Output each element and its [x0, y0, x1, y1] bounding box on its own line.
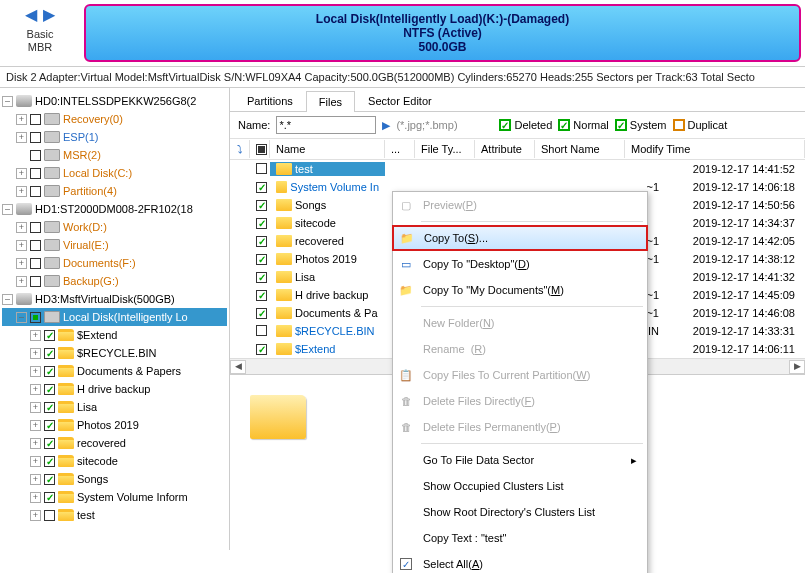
tree-item[interactable]: +Partition(4)	[2, 182, 227, 200]
ctx-goto-sector[interactable]: Go To File Data Sector▸	[393, 447, 647, 473]
checkbox[interactable]	[30, 276, 41, 287]
ctx-rename[interactable]: Rename (R)	[393, 336, 647, 362]
ctx-copy-desktop[interactable]: ▭Copy To "Desktop"(D)	[393, 251, 647, 277]
expand-icon[interactable]: +	[30, 438, 41, 449]
checkbox[interactable]	[44, 510, 55, 521]
checkbox[interactable]	[44, 492, 55, 503]
row-checkbox[interactable]	[256, 182, 267, 193]
back-button[interactable]: ◀	[25, 5, 37, 24]
checkbox[interactable]	[30, 168, 41, 179]
tree-item[interactable]: –HD1:ST2000DM008-2FR102(18	[2, 200, 227, 218]
tree-item[interactable]: +Work(D:)	[2, 218, 227, 236]
expand-icon[interactable]: +	[16, 132, 27, 143]
tree-item[interactable]: +H drive backup	[2, 380, 227, 398]
tree-item[interactable]: +Backup(G:)	[2, 272, 227, 290]
checkbox[interactable]	[44, 384, 55, 395]
col-shortname[interactable]: Short Name	[535, 140, 625, 158]
row-checkbox[interactable]	[256, 308, 267, 319]
col-filetype[interactable]: File Ty...	[415, 140, 475, 158]
expand-icon[interactable]: –	[2, 294, 13, 305]
checkbox[interactable]	[30, 150, 41, 161]
expand-icon[interactable]: +	[30, 510, 41, 521]
tree-item[interactable]: +Lisa	[2, 398, 227, 416]
scroll-right-button[interactable]: ▶	[789, 360, 805, 374]
row-checkbox[interactable]	[256, 344, 267, 355]
col-modifytime[interactable]: Modify Time	[625, 140, 805, 158]
expand-icon[interactable]: +	[30, 402, 41, 413]
forward-button[interactable]: ▶	[43, 5, 55, 24]
header-arrow-icon[interactable]: ⤵	[230, 140, 250, 158]
expand-icon[interactable]: +	[30, 330, 41, 341]
ctx-select-all[interactable]: Select All(A)	[393, 551, 647, 573]
arrow-down-icon[interactable]: ▶	[382, 119, 390, 132]
row-checkbox[interactable]	[256, 200, 267, 211]
filter-system[interactable]: System	[615, 119, 667, 131]
tree-item[interactable]: MSR(2)	[2, 146, 227, 164]
filter-normal[interactable]: Normal	[558, 119, 608, 131]
ctx-delete-direct[interactable]: 🗑Delete Files Directly(F)	[393, 388, 647, 414]
tree-item[interactable]: –Local Disk(Intelligently Lo	[2, 308, 227, 326]
row-checkbox[interactable]	[256, 325, 267, 336]
row-checkbox[interactable]	[256, 236, 267, 247]
row-checkbox[interactable]	[256, 254, 267, 265]
tree-item[interactable]: +Virual(E:)	[2, 236, 227, 254]
name-filter-input[interactable]	[276, 116, 376, 134]
expand-icon[interactable]: +	[30, 366, 41, 377]
disk-tree[interactable]: –HD0:INTELSSDPEKKW256G8(2+Recovery(0)+ES…	[0, 87, 230, 550]
checkbox[interactable]	[44, 402, 55, 413]
checkbox[interactable]	[44, 438, 55, 449]
header-checkbox[interactable]	[250, 140, 270, 158]
row-checkbox[interactable]	[256, 290, 267, 301]
checkbox[interactable]	[44, 456, 55, 467]
tree-item[interactable]: +ESP(1)	[2, 128, 227, 146]
ctx-copy-to[interactable]: 📁Copy To(S)...	[392, 225, 648, 251]
expand-icon[interactable]: +	[16, 258, 27, 269]
filter-deleted[interactable]: Deleted	[499, 119, 552, 131]
checkbox[interactable]	[44, 474, 55, 485]
ctx-copy-current[interactable]: 📋Copy Files To Current Partition(W)	[393, 362, 647, 388]
expand-icon[interactable]: +	[16, 168, 27, 179]
checkbox[interactable]	[30, 114, 41, 125]
tree-item[interactable]: +recovered	[2, 434, 227, 452]
expand-icon[interactable]: +	[16, 114, 27, 125]
table-row[interactable]: test2019-12-17 14:41:52	[230, 160, 805, 178]
tree-item[interactable]: –HD0:INTELSSDPEKKW256G8(2	[2, 92, 227, 110]
expand-icon[interactable]: –	[16, 312, 27, 323]
tree-item[interactable]: +sitecode	[2, 452, 227, 470]
ctx-copy-text[interactable]: Copy Text : "test"	[393, 525, 647, 551]
expand-icon[interactable]: +	[30, 492, 41, 503]
checkbox[interactable]	[30, 258, 41, 269]
tree-item[interactable]: +Songs	[2, 470, 227, 488]
tree-item[interactable]: +System Volume Inform	[2, 488, 227, 506]
expand-icon[interactable]: +	[16, 240, 27, 251]
tab-files[interactable]: Files	[306, 91, 355, 112]
checkbox[interactable]	[44, 348, 55, 359]
ctx-occupied-clusters[interactable]: Show Occupied Clusters List	[393, 473, 647, 499]
expand-icon[interactable]: +	[30, 420, 41, 431]
tree-item[interactable]: +test	[2, 506, 227, 524]
checkbox[interactable]	[30, 132, 41, 143]
tree-item[interactable]: +Local Disk(C:)	[2, 164, 227, 182]
tab-sector-editor[interactable]: Sector Editor	[355, 90, 445, 111]
checkbox[interactable]	[44, 420, 55, 431]
tree-item[interactable]: –HD3:MsftVirtualDisk(500GB)	[2, 290, 227, 308]
tree-item[interactable]: +Documents & Papers	[2, 362, 227, 380]
expand-icon[interactable]: +	[16, 186, 27, 197]
checkbox[interactable]	[44, 366, 55, 377]
ctx-delete-perma[interactable]: 🗑Delete Files Permanently(P)	[393, 414, 647, 440]
tree-item[interactable]: +Documents(F:)	[2, 254, 227, 272]
partition-banner[interactable]: Local Disk(Intelligently Load)(K:)-(Dama…	[84, 4, 801, 62]
tree-item[interactable]: +$RECYCLE.BIN	[2, 344, 227, 362]
ctx-new-folder[interactable]: New Folder(N)	[393, 310, 647, 336]
expand-icon[interactable]: –	[2, 204, 13, 215]
row-checkbox[interactable]	[256, 218, 267, 229]
expand-icon[interactable]: +	[16, 276, 27, 287]
scroll-left-button[interactable]: ◀	[230, 360, 246, 374]
col-dots[interactable]: ...	[385, 140, 415, 158]
checkbox[interactable]	[44, 330, 55, 341]
tree-item[interactable]: +Recovery(0)	[2, 110, 227, 128]
expand-icon[interactable]: +	[30, 348, 41, 359]
row-checkbox[interactable]	[256, 163, 267, 174]
col-name[interactable]: Name	[270, 140, 385, 158]
checkbox[interactable]	[30, 222, 41, 233]
